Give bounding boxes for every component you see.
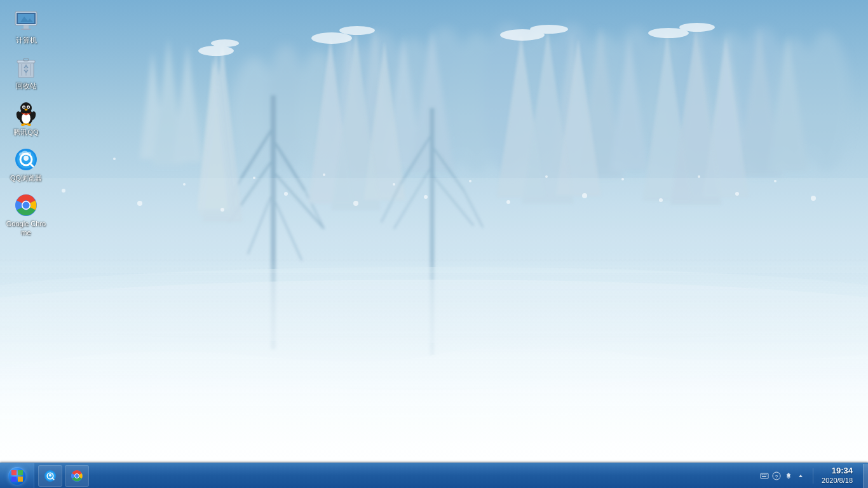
svg-point-89: [198, 46, 234, 56]
start-orb: [8, 467, 26, 485]
taskbar-qq-browser[interactable]: [38, 465, 62, 487]
svg-point-64: [0, 280, 868, 381]
svg-point-88: [811, 196, 816, 201]
svg-point-87: [774, 180, 776, 182]
qq-label: 腾讯QQ: [13, 128, 38, 137]
svg-rect-100: [21, 29, 31, 30]
svg-point-117: [29, 106, 29, 107]
taskbar-chrome-icon: [71, 470, 83, 482]
desktop-icons: 计算机: [3, 6, 49, 240]
taskbar: ? 19:34 2020/8/18: [0, 463, 868, 488]
taskbar-chrome[interactable]: [65, 465, 89, 487]
tray-icons: ?: [757, 471, 808, 481]
start-button[interactable]: [0, 463, 34, 489]
svg-point-63: [0, 267, 868, 343]
clock-date: 2020/8/18: [822, 477, 853, 485]
svg-point-91: [311, 32, 352, 44]
svg-point-78: [424, 195, 428, 199]
svg-point-79: [469, 180, 471, 182]
clock[interactable]: 19:34 2020/8/18: [818, 466, 857, 485]
google-chrome-label: Google Chrome: [6, 219, 46, 238]
svg-point-77: [393, 183, 395, 186]
svg-rect-146: [762, 476, 766, 477]
show-hidden-icons[interactable]: [796, 471, 806, 481]
svg-point-19: [802, 32, 850, 172]
svg-point-84: [659, 198, 663, 202]
network-tray-icon[interactable]: [783, 471, 794, 481]
wallpaper-trees: [0, 0, 868, 463]
svg-point-83: [621, 178, 624, 180]
svg-point-68: [62, 189, 65, 193]
svg-point-81: [545, 175, 548, 178]
svg-point-75: [323, 173, 325, 176]
svg-point-69: [113, 158, 116, 160]
svg-rect-144: [764, 474, 765, 475]
svg-point-92: [339, 26, 375, 35]
svg-point-76: [353, 201, 358, 206]
google-chrome-icon-image: [13, 193, 39, 218]
show-desktop-button[interactable]: [863, 464, 868, 488]
svg-point-118: [25, 109, 28, 111]
keyboard-tray-icon[interactable]: [759, 471, 770, 481]
svg-point-71: [183, 183, 186, 186]
svg-marker-150: [786, 475, 791, 479]
my-computer-label: 计算机: [16, 36, 37, 44]
svg-point-70: [137, 201, 142, 206]
recycle-bin-image: [13, 55, 39, 80]
svg-point-127: [24, 156, 29, 161]
svg-point-111: [20, 102, 32, 114]
computer-icon-image: [13, 9, 39, 34]
svg-point-141: [75, 474, 79, 478]
recycle-bin-label: 回收站: [16, 81, 37, 90]
google-chrome-icon[interactable]: Google Chrome: [3, 190, 49, 240]
svg-point-72: [220, 208, 224, 212]
svg-point-94: [530, 25, 568, 34]
svg-point-85: [698, 175, 700, 178]
tray-separator: [813, 468, 813, 484]
taskbar-items: [34, 463, 752, 488]
clock-time: 19:34: [832, 466, 853, 477]
taskbar-qq-browser-icon: [44, 470, 57, 482]
desktop: 计算机: [0, 0, 868, 463]
svg-point-114: [24, 106, 25, 108]
svg-text:?: ?: [775, 473, 778, 479]
qq-browser-icon-image: [13, 147, 39, 172]
svg-rect-143: [762, 474, 763, 475]
svg-point-74: [284, 192, 288, 196]
svg-point-80: [506, 200, 510, 204]
qq-icon-image: [13, 101, 39, 126]
recycle-bin-icon[interactable]: 回收站: [3, 52, 49, 93]
svg-rect-65: [0, 442, 868, 463]
svg-point-96: [679, 23, 715, 32]
system-tray: ? 19:34 2020/8/18: [752, 463, 862, 488]
svg-point-138: [49, 473, 51, 476]
svg-point-116: [24, 106, 25, 107]
svg-point-130: [26, 152, 31, 156]
svg-marker-151: [799, 475, 803, 477]
svg-rect-145: [766, 474, 767, 475]
svg-point-82: [582, 193, 587, 198]
svg-rect-105: [24, 58, 29, 61]
qq-browser-label: QQ浏览器: [10, 173, 42, 182]
svg-point-115: [28, 106, 30, 108]
svg-point-73: [253, 177, 255, 179]
svg-rect-99: [24, 25, 29, 29]
my-computer-icon[interactable]: 计算机: [3, 6, 49, 47]
svg-point-90: [211, 39, 239, 47]
svg-point-133: [23, 202, 30, 209]
svg-point-86: [735, 192, 739, 196]
qq-browser-icon[interactable]: QQ浏览器: [3, 144, 49, 185]
qq-icon[interactable]: 腾讯QQ: [3, 98, 49, 139]
help-tray-icon[interactable]: ?: [771, 471, 782, 481]
svg-rect-66: [0, 254, 868, 463]
